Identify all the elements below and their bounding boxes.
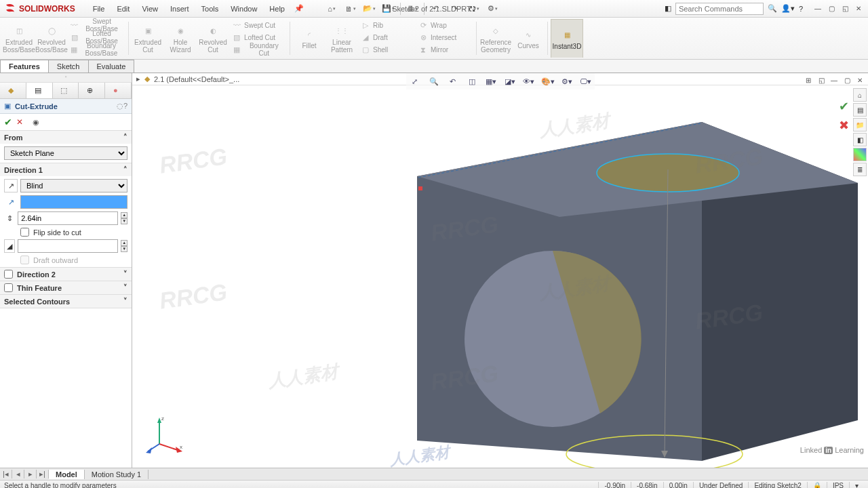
vp-maximize-icon[interactable]: ▢ — [842, 75, 852, 85]
menu-view[interactable]: View — [136, 3, 163, 14]
linear-pattern-button[interactable]: ⋮⋮Linear Pattern — [326, 19, 358, 58]
direction2-header[interactable]: Direction 2˅ — [0, 268, 132, 281]
intersect-button[interactable]: ⊗Intersect — [416, 31, 473, 43]
zoom-area-icon[interactable]: 🔍 — [427, 75, 441, 88]
boundary-boss-button[interactable]: ▦Boundary Boss/Base — [68, 43, 125, 56]
revolved-cut-button[interactable]: ◐Revolved Cut — [197, 19, 229, 58]
orientation-triad[interactable]: z x — [146, 413, 186, 454]
taskpane-resources-icon[interactable]: ▤ — [853, 103, 867, 117]
taskpane-view-palette-icon[interactable]: ◧ — [853, 133, 867, 146]
vp-float-icon[interactable]: ◱ — [816, 75, 827, 85]
open-doc-icon[interactable]: 📂▾ — [362, 2, 377, 16]
sketch-accept-icon[interactable]: ✔ — [839, 99, 849, 114]
menu-file[interactable]: File — [87, 3, 111, 14]
vp-close-icon[interactable]: ✕ — [854, 75, 865, 85]
tab-nav-last[interactable]: ▸| — [37, 470, 49, 479]
feature-help-icon[interactable]: ◌? — [117, 102, 127, 110]
tab-nav-prev[interactable]: ◂ — [12, 470, 24, 479]
restore-button[interactable]: ▢ — [826, 3, 837, 14]
hole-wizard-button[interactable]: ◉Hole Wizard — [164, 19, 197, 58]
pm-tab-property[interactable]: ▤ — [26, 83, 53, 98]
curves-button[interactable]: ∿Curves — [512, 19, 545, 58]
menu-window[interactable]: Window — [225, 3, 262, 14]
extruded-boss-button[interactable]: ◫Extruded Boss/Base — [3, 19, 35, 58]
tab-nav-first[interactable]: |◂ — [0, 470, 12, 479]
status-units[interactable]: IPS — [827, 482, 849, 488]
new-doc-icon[interactable]: 🗎▾ — [343, 2, 358, 16]
cancel-button[interactable]: ✕ — [16, 117, 23, 127]
mirror-button[interactable]: ⧗Mirror — [416, 43, 473, 56]
tab-motion-study[interactable]: Motion Study 1 — [85, 470, 149, 479]
draft-angle-input[interactable] — [18, 239, 118, 253]
ok-button[interactable]: ✔ — [4, 117, 12, 127]
end-condition-select[interactable]: Blind — [20, 179, 127, 192]
from-select[interactable]: Sketch Plane — [4, 146, 127, 160]
shell-button[interactable]: ▢Shell — [358, 43, 416, 56]
swept-cut-button[interactable]: 〰Swept Cut — [229, 19, 287, 31]
home-icon[interactable]: ⌂▾ — [324, 2, 339, 16]
zoom-fit-icon[interactable]: ⤢ — [408, 75, 422, 88]
instant3d-button[interactable]: ▦Instant3D — [551, 19, 583, 58]
user-icon[interactable]: 👤▾ — [781, 4, 795, 13]
draft-spinner[interactable]: ▲▼ — [121, 240, 127, 252]
draft-icon[interactable]: ◢ — [4, 239, 15, 253]
maximize-button[interactable]: ◱ — [840, 3, 850, 14]
prev-view-icon[interactable]: ↶ — [446, 75, 460, 88]
rib-button[interactable]: ▷Rib — [358, 19, 416, 31]
wrap-button[interactable]: ⟳Wrap — [416, 19, 473, 31]
tab-nav-next[interactable]: ▸ — [24, 470, 37, 479]
taskpane-home-icon[interactable]: ⌂ — [853, 88, 867, 102]
depth-input[interactable] — [20, 195, 127, 209]
revolved-boss-button[interactable]: ◯Revolved Boss/Base — [35, 19, 68, 58]
menu-help[interactable]: Help — [264, 3, 290, 14]
tab-sketch[interactable]: Sketch — [48, 60, 89, 73]
sketch-cancel-icon[interactable]: ✖ — [839, 118, 849, 133]
appearance-icon[interactable]: 🎨▾ — [540, 75, 555, 88]
status-menu-icon[interactable]: ▾ — [849, 482, 864, 488]
taskpane-library-icon[interactable]: 📁 — [853, 118, 867, 131]
pm-tab-dim[interactable]: ⊕ — [79, 83, 105, 98]
vp-minimize-icon[interactable]: — — [829, 75, 840, 85]
depth-spinner[interactable]: ▲▼ — [121, 212, 127, 224]
search-icon[interactable]: 🔍 — [768, 4, 777, 13]
selected-contours-header[interactable]: Selected Contours˅ — [0, 295, 132, 308]
direction1-header[interactable]: Direction 1˄ — [0, 163, 132, 176]
search-input[interactable] — [675, 3, 764, 15]
tab-model[interactable]: Model — [49, 470, 85, 479]
direction2-checkbox[interactable] — [4, 270, 13, 279]
tab-evaluate[interactable]: Evaluate — [88, 60, 135, 73]
taskpane-custom-props-icon[interactable]: ≣ — [853, 163, 867, 176]
display-style-icon[interactable]: ◪▾ — [502, 75, 517, 88]
view-settings-icon[interactable]: 🖵▾ — [578, 75, 593, 88]
reference-geometry-button[interactable]: ◇Reference Geometry — [479, 19, 512, 58]
search-toggle-icon[interactable]: ◧ — [665, 4, 671, 13]
section-view-icon[interactable]: ◫ — [465, 75, 479, 88]
status-lock-icon[interactable]: 🔒 — [807, 482, 827, 488]
expand-icon[interactable]: ▸ — [136, 75, 140, 83]
pm-tab-display[interactable]: ● — [105, 83, 132, 98]
minimize-button[interactable]: — — [812, 3, 823, 14]
tab-features[interactable]: Features — [0, 60, 49, 73]
thin-feature-header[interactable]: Thin Feature˅ — [0, 281, 132, 294]
vp-dock-icon[interactable]: ⊞ — [803, 75, 814, 85]
from-header[interactable]: From˄ — [0, 131, 132, 144]
pin-icon[interactable]: 📌 — [294, 4, 304, 13]
thin-feature-checkbox[interactable] — [4, 283, 13, 292]
menu-edit[interactable]: Edit — [111, 3, 135, 14]
flip-side-checkbox[interactable] — [20, 228, 29, 237]
hide-show-icon[interactable]: 👁▾ — [521, 75, 536, 88]
options-icon[interactable]: ⚙▾ — [486, 2, 500, 16]
boundary-cut-button[interactable]: ▦Boundary Cut — [229, 43, 287, 56]
close-button[interactable]: ✕ — [853, 3, 864, 14]
viewport[interactable]: ▸ ◆ 2.1 (Default<<Default>_... ⤢ 🔍 ↶ ◫ ▦… — [132, 73, 868, 468]
preview-toggle-icon[interactable]: ◉ — [33, 118, 39, 127]
view-orientation-icon[interactable]: ▦▾ — [484, 75, 498, 88]
help-icon[interactable]: ? — [799, 5, 803, 13]
menu-tools[interactable]: Tools — [196, 3, 224, 14]
draft-button[interactable]: ◢Draft — [358, 31, 416, 43]
fillet-button[interactable]: ◜Fillet — [293, 19, 326, 58]
direction-arrow-icon[interactable]: ↗ — [4, 195, 18, 209]
depth-value-input[interactable] — [18, 211, 118, 225]
extruded-cut-button[interactable]: ▣Extruded Cut — [132, 19, 164, 58]
pm-tab-config[interactable]: ⬚ — [53, 83, 79, 98]
